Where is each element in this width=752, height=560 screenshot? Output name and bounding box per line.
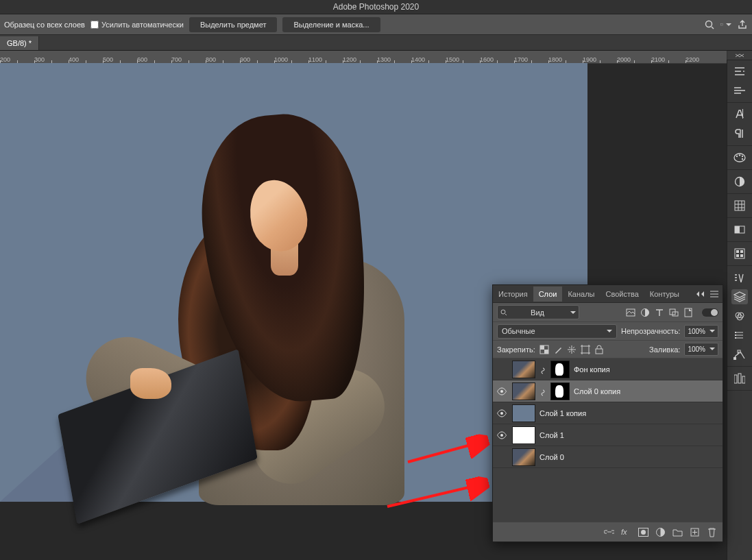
paths-icon[interactable]: [731, 347, 748, 362]
visibility-toggle[interactable]: [496, 451, 508, 463]
layer-name[interactable]: Слой 1 копия: [539, 409, 586, 417]
lock-pixels-icon[interactable]: [553, 345, 563, 354]
paragraph-icon[interactable]: [731, 126, 748, 141]
svg-point-0: [706, 21, 712, 27]
filter-adjust-icon[interactable]: [640, 308, 650, 317]
panel-menu-icon[interactable]: [709, 289, 720, 300]
filter-smartobj-icon[interactable]: [683, 308, 693, 317]
ruler-horizontal: 2003004005006007008009001000110012001300…: [0, 51, 727, 64]
tab-properties[interactable]: Свойства: [600, 287, 644, 302]
visibility-toggle[interactable]: [496, 363, 508, 376]
lock-label: Закрепить:: [497, 345, 535, 354]
layer-name[interactable]: Слой 1: [539, 431, 564, 439]
layer-mask-thumbnail[interactable]: [550, 361, 570, 378]
layer-mask-thumbnail[interactable]: [550, 382, 570, 400]
svg-rect-39: [582, 346, 589, 353]
opacity-field[interactable]: 100%: [684, 325, 718, 338]
filter-pixel-icon[interactable]: [626, 308, 635, 317]
layer-row[interactable]: Слой 0 копия: [493, 380, 723, 402]
layer-row[interactable]: Фон копия: [493, 358, 723, 380]
svg-rect-24: [733, 357, 736, 360]
adjustments-icon[interactable]: [731, 174, 748, 189]
libraries-icon[interactable]: [731, 371, 748, 386]
fx-icon[interactable]: fx: [621, 527, 631, 537]
svg-rect-40: [596, 349, 603, 354]
lock-transparent-icon[interactable]: [539, 345, 549, 354]
svg-rect-14: [736, 250, 739, 253]
svg-rect-16: [736, 254, 739, 257]
select-subject-button[interactable]: Выделить предмет: [189, 17, 278, 32]
properties-icon[interactable]: [731, 328, 748, 343]
delete-layer-icon[interactable]: [707, 527, 717, 537]
layer-row[interactable]: Слой 1: [493, 424, 723, 446]
options-bar: Образец со всех слоев Усилить автоматиче…: [0, 14, 752, 35]
svg-line-30: [505, 314, 507, 315]
layer-thumbnail[interactable]: [512, 448, 535, 466]
gradients-icon[interactable]: [731, 222, 748, 237]
mask-link-icon[interactable]: [539, 366, 546, 373]
fill-field[interactable]: 100%: [684, 343, 718, 356]
color-icon[interactable]: [731, 150, 748, 165]
layer-name[interactable]: Фон копия: [574, 365, 610, 374]
filter-select[interactable]: Вид: [497, 305, 579, 319]
screen-mode-icon[interactable]: [720, 19, 731, 30]
svg-rect-22: [735, 334, 736, 336]
visibility-toggle[interactable]: [496, 429, 508, 441]
enhance-auto-checkbox[interactable]: Усилить автоматически: [90, 21, 184, 29]
svg-rect-27: [738, 374, 741, 383]
channels-icon[interactable]: [731, 308, 748, 324]
layer-name[interactable]: Слой 0 копия: [574, 387, 620, 395]
tab-channels[interactable]: Каналы: [562, 287, 600, 302]
filter-type-icon[interactable]: [655, 308, 664, 317]
tab-history[interactable]: История: [493, 287, 533, 302]
lock-position-icon[interactable]: [567, 345, 577, 354]
dock-collapse-handle[interactable]: [727, 51, 752, 60]
filter-shape-icon[interactable]: [669, 308, 679, 317]
svg-point-42: [500, 412, 503, 415]
visibility-toggle[interactable]: [496, 385, 508, 398]
svg-rect-17: [740, 254, 743, 257]
layer-name[interactable]: Слой 0: [539, 453, 564, 461]
svg-point-5: [736, 156, 738, 157]
history-icon[interactable]: [731, 270, 748, 285]
layer-thumbnail[interactable]: [512, 404, 535, 422]
layer-row[interactable]: Слой 0: [493, 446, 723, 468]
layer-thumbnail[interactable]: [512, 426, 535, 444]
patterns-icon[interactable]: [731, 246, 748, 261]
app-title: Adobe Photoshop 2020: [333, 2, 419, 12]
share-icon[interactable]: [737, 19, 748, 30]
new-layer-icon[interactable]: [690, 527, 700, 537]
svg-point-8: [742, 158, 743, 160]
swatches-icon[interactable]: [731, 198, 748, 213]
blend-mode-select[interactable]: Обычные: [497, 324, 617, 339]
mask-link-icon[interactable]: [539, 388, 546, 395]
lock-artboard-icon[interactable]: [581, 345, 590, 354]
lock-all-icon[interactable]: [594, 345, 604, 354]
svg-rect-21: [735, 332, 736, 333]
fill-label: Заливка:: [649, 345, 680, 354]
sample-mode-label: Образец со всех слоев: [4, 21, 85, 29]
layer-thumbnail[interactable]: [512, 382, 535, 400]
layers-icon[interactable]: [731, 289, 748, 304]
link-layers-icon[interactable]: [604, 527, 614, 537]
tab-paths[interactable]: Контуры: [644, 287, 685, 302]
adjustment-layer-icon[interactable]: [655, 527, 666, 537]
search-icon[interactable]: [704, 19, 715, 30]
brush-settings-icon[interactable]: [731, 64, 748, 79]
character-icon[interactable]: [731, 107, 748, 122]
select-and-mask-button[interactable]: Выделение и маска...: [282, 17, 380, 32]
svg-rect-28: [742, 376, 745, 383]
layer-row[interactable]: Слой 1 копия: [493, 402, 723, 424]
panel-collapse-icon[interactable]: [695, 289, 706, 300]
tab-layers[interactable]: Слои: [533, 287, 563, 302]
layer-filter-row: Вид: [493, 303, 723, 322]
document-tab[interactable]: GB/8) *: [0, 36, 39, 50]
add-mask-icon[interactable]: [638, 527, 648, 537]
group-icon[interactable]: [672, 527, 683, 537]
svg-rect-12: [735, 226, 740, 233]
brushes-icon[interactable]: [731, 83, 748, 98]
layers-panel: История Слои Каналы Свойства Контуры Вид…: [492, 284, 723, 542]
filter-toggle[interactable]: [702, 308, 718, 317]
layer-thumbnail[interactable]: [512, 361, 535, 378]
visibility-toggle[interactable]: [496, 407, 508, 419]
